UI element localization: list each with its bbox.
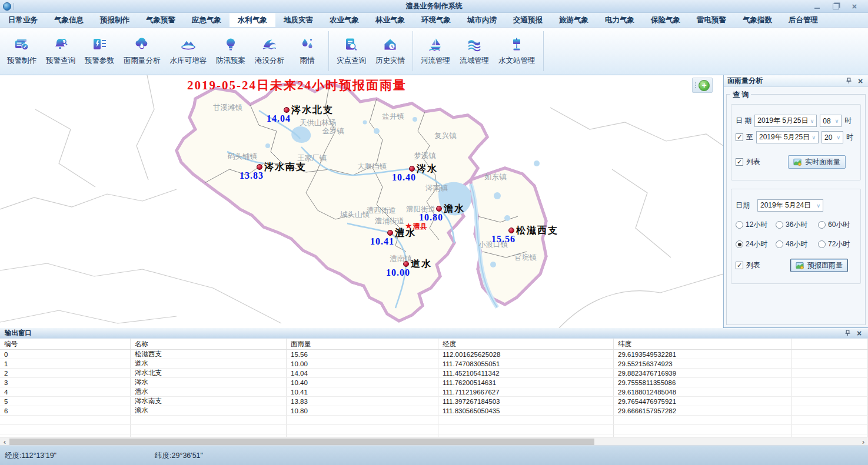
list-checkbox[interactable] [736, 262, 743, 269]
end-date-select[interactable]: 2019年 5月25日 ∨ [756, 131, 819, 143]
table-row[interactable]: 6澹水10.80111.83056505043529.6666157957282 [0, 406, 868, 416]
menu-tab-6[interactable]: 水利气象 [230, 13, 275, 27]
duration-radio-48小时[interactable]: 48小时 [776, 239, 818, 249]
menu-tab-3[interactable]: 预报制作 [92, 13, 138, 27]
table-row[interactable]: 5涔水南支13.83111.39726718450329.76544769759… [0, 397, 868, 406]
menu-tab-2[interactable]: 气象信息 [46, 13, 92, 27]
duration-radio-12小时[interactable]: 12小时 [736, 220, 776, 230]
column-header[interactable]: 编号 [0, 339, 131, 349]
scroll-right-icon[interactable] [859, 437, 868, 446]
station-rainfall-value: 15.56 [491, 234, 516, 245]
toolbar-item-label: 河流管理 [421, 56, 450, 66]
table-row[interactable]: 0松滋西支15.56112.00162562502829.61935495322… [0, 350, 868, 359]
toolbar-item-cloud-drop[interactable]: 面雨量分析 [119, 34, 165, 68]
toolbar-item-doc-edit[interactable]: 预警制作 [2, 34, 41, 68]
table-body: 0松滋西支15.56112.00162562502829.61935495322… [0, 350, 868, 437]
toolbar-item-bell-search[interactable]: 预警查询 [41, 34, 80, 68]
toolbar-item-bulb[interactable]: 防汛预案 [211, 34, 250, 68]
toolbar-item-label: 淹没分析 [255, 56, 284, 66]
menu-tab-1[interactable]: 日常业务 [0, 13, 46, 27]
column-header[interactable] [791, 339, 868, 349]
realtime-rainfall-button[interactable]: 实时面雨量 [788, 155, 846, 169]
table-row[interactable]: 3涔水10.40111.7620051463129.7555811355086 [0, 378, 868, 387]
menu-tab-11[interactable]: 城市内涝 [459, 13, 505, 27]
toolbar-item-warn-list[interactable]: 预警参数 [80, 34, 119, 68]
menu-tab-7[interactable]: 地质灾害 [275, 13, 321, 27]
cell: 0 [0, 350, 131, 359]
horizontal-scrollbar[interactable] [0, 437, 868, 446]
cell: 2 [0, 369, 131, 377]
toolbar-item-wave[interactable]: 淹没分析 [250, 34, 289, 68]
hour-suffix: 时 [846, 132, 853, 142]
maximize-button[interactable] [830, 2, 841, 11]
cell [614, 425, 791, 434]
menu-tab-13[interactable]: 旅游气象 [551, 13, 597, 27]
menu-tab-5[interactable]: 应急气象 [184, 13, 230, 27]
toolbar-item-sailboat[interactable]: 河流管理 [416, 34, 455, 68]
minimize-button[interactable] [812, 2, 822, 11]
menu-tab-15[interactable]: 保险气象 [643, 13, 689, 27]
cell [791, 406, 868, 415]
column-header[interactable]: 面雨量 [287, 339, 438, 349]
menu-tab-9[interactable]: 林业气象 [367, 13, 413, 27]
map-area[interactable]: 2019-05-24日未来24小时预报面雨量 甘溪滩镇盐井镇天供山林场金罗镇码头… [0, 75, 723, 328]
station-name: 松滋西支 [516, 225, 558, 237]
date-label: 日 期 [736, 116, 751, 126]
close-icon[interactable] [856, 77, 864, 85]
pin-icon[interactable] [843, 329, 852, 337]
menu-tab-4[interactable]: 气象预警 [138, 13, 184, 27]
toolbar: 预警制作预警查询预警参数面雨量分析水库可增容防汛预案淹没分析雨情灾点查询历史灾情… [0, 28, 868, 75]
duration-radio-36小时[interactable]: 36小时 [776, 220, 818, 230]
chevron-down-icon: ∨ [835, 135, 842, 140]
table-row[interactable]: 4澧水10.41111.71121966762729.6188012485048 [0, 387, 868, 397]
scrollbar-thumb[interactable] [9, 439, 594, 445]
toolbar-item-waves[interactable]: 流域管理 [455, 34, 494, 68]
table-row[interactable] [0, 416, 868, 425]
duration-radio-72小时[interactable]: 72小时 [818, 239, 860, 249]
column-header[interactable]: 纬度 [614, 339, 791, 349]
pin-icon[interactable] [844, 77, 853, 85]
menu-tab-8[interactable]: 农业气象 [321, 13, 367, 27]
forecast-date-select[interactable]: 2019年 5月24日 ∨ [757, 199, 823, 212]
doc-search-icon [342, 36, 360, 53]
cell: 29.8823476716939 [614, 369, 791, 377]
menu-tab-17[interactable]: 气象指数 [734, 13, 780, 27]
table-row[interactable] [0, 425, 868, 434]
scroll-left-icon[interactable] [0, 437, 9, 446]
menu-tab-12[interactable]: 交通预报 [505, 13, 551, 27]
radio-label: 72小时 [828, 239, 850, 249]
start-hour-select[interactable]: 08 ∨ [820, 115, 842, 127]
toolbar-item-hydro-station[interactable]: 水文站管理 [494, 34, 540, 68]
duration-radio-24小时[interactable]: 24小时 [736, 239, 776, 249]
drag-handle-icon[interactable] [695, 82, 696, 88]
to-checkbox[interactable] [736, 133, 743, 141]
duration-radio-60小时[interactable]: 60小时 [818, 220, 860, 230]
cell: 111.397267184503 [438, 397, 614, 406]
column-header[interactable]: 经度 [438, 339, 614, 349]
list-checkbox[interactable] [736, 158, 743, 166]
toolbar-item-reservoir[interactable]: 水库可增容 [165, 34, 212, 68]
start-date-select[interactable]: 2019年 5月25日 ∨ [754, 115, 817, 127]
close-button[interactable] [849, 2, 860, 11]
toolbar-item-raindrops[interactable]: 雨情 [289, 34, 325, 68]
toolbar-item-house-clock[interactable]: 历史灾情 [371, 34, 410, 68]
column-header[interactable]: 名称 [131, 339, 287, 349]
toolbar-item-doc-search[interactable]: 灾点查询 [332, 34, 371, 68]
duration-radio-group: 12小时36小时60小时24小时48小时72小时 [736, 220, 856, 249]
end-hour-select[interactable]: 20 ∨ [822, 131, 843, 143]
forecast-rainfall-button[interactable]: 预报面雨量 [790, 259, 848, 272]
menu-tab-10[interactable]: 环境气象 [413, 13, 459, 27]
panel-title: 面雨量分析 [727, 76, 763, 86]
map-chart-icon [793, 158, 802, 166]
table-row[interactable]: 2涔水北支14.04111.45210541134229.88234767169… [0, 369, 868, 378]
cell: 14.04 [287, 369, 438, 377]
close-icon[interactable] [855, 329, 863, 337]
cell [791, 387, 868, 396]
menu-tab-14[interactable]: 电力气象 [597, 13, 643, 27]
table-row[interactable]: 1道水10.00111.74708305505129.552156374923 [0, 359, 868, 369]
menu-tab-18[interactable]: 后台管理 [780, 13, 826, 27]
county-marker: ★澧县 [405, 221, 427, 232]
zoom-in-button[interactable]: + [699, 80, 710, 91]
menu-tab-16[interactable]: 雷电预警 [689, 13, 734, 27]
cell: 111.747083055051 [438, 359, 614, 368]
